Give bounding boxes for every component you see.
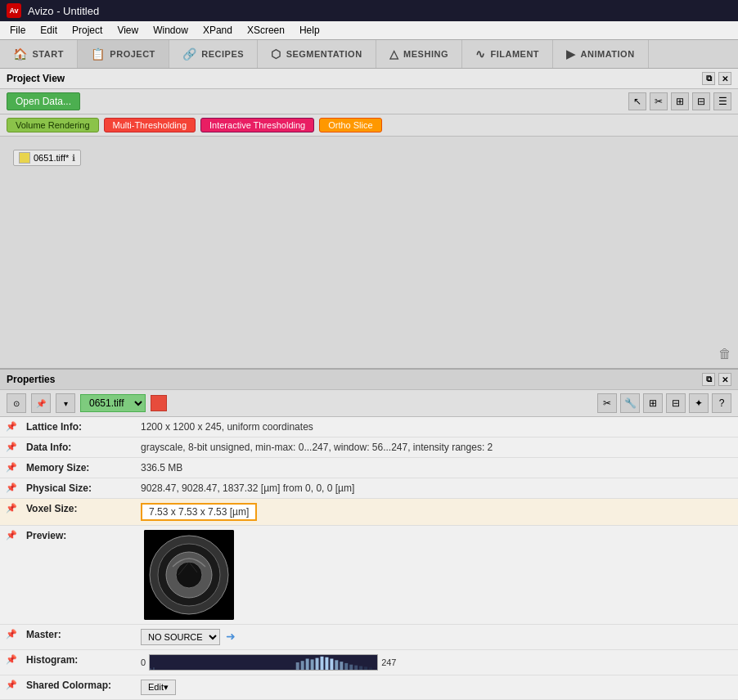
menu-xscreen[interactable]: XScreen (241, 23, 291, 38)
close-button[interactable]: ✕ (718, 72, 731, 85)
grid-icon-btn[interactable]: ⊞ (643, 393, 663, 413)
menu-xpand[interactable]: XPand (196, 23, 239, 38)
layout-tool-icon[interactable]: ⊟ (692, 92, 710, 110)
prop-type-selector[interactable]: ⊙ (7, 393, 26, 413)
label-physical: Physical Size: (23, 481, 137, 496)
node-color-indicator (19, 152, 30, 164)
prop-row-memory: 📌 Memory Size: 336.5 MB (0, 458, 738, 478)
tab-meshing[interactable]: △ MESHING (376, 40, 462, 68)
meshing-icon: △ (389, 47, 399, 61)
menu-edit[interactable]: Edit (34, 23, 64, 38)
pin-lattice[interactable]: 📌 (0, 420, 23, 432)
data-node[interactable]: 0651.tiff* ℹ (13, 150, 81, 166)
voxel-size-value: 7.53 x 7.53 x 7.53 [µm] (141, 503, 257, 521)
properties-title: Properties (7, 374, 55, 385)
filament-icon: ∿ (475, 47, 486, 61)
properties-header-controls: ⧉ ✕ (702, 373, 731, 386)
menu-window[interactable]: Window (146, 23, 195, 38)
color-swatch[interactable] (151, 395, 167, 411)
value-lattice: 1200 x 1200 x 245, uniform coordinates (137, 420, 738, 434)
master-select[interactable]: NO SOURCE (141, 629, 220, 645)
value-data-info: grayscale, 8-bit unsigned, min-max: 0...… (137, 440, 738, 455)
toolbar-tabs: 🏠 START 📋 PROJECT 🔗 RECIPES ⬡ SEGMENTATI… (0, 40, 738, 69)
svg-point-4 (176, 562, 202, 588)
svg-rect-16 (326, 657, 329, 670)
svg-rect-8 (150, 668, 151, 670)
project-canvas: 0651.tiff* ℹ 🗑 (0, 137, 738, 368)
histogram-bar[interactable] (149, 654, 378, 671)
tag-multi-thresholding[interactable]: Multi-Thresholding (104, 118, 196, 132)
prop-close-button[interactable]: ✕ (718, 373, 731, 386)
panel-toolbar-right: ↖ ✂ ⊞ ⊟ ☰ (628, 92, 731, 110)
tab-start[interactable]: 🏠 START (0, 40, 78, 68)
value-memory: 336.5 MB (137, 460, 738, 475)
svg-rect-11 (301, 661, 304, 670)
pin-master[interactable]: 📌 (0, 627, 23, 639)
label-histogram: Histogram: (23, 653, 137, 667)
tag-interactive-thresholding[interactable]: Interactive Thresholding (200, 118, 314, 132)
label-memory: Memory Size: (23, 460, 137, 475)
prop-row-data-info: 📌 Data Info: grayscale, 8-bit unsigned, … (0, 438, 738, 458)
master-arrow-icon[interactable]: ➜ (226, 630, 236, 643)
value-master: NO SOURCE ➜ (137, 627, 738, 647)
pin-data-info[interactable]: 📌 (0, 440, 23, 452)
project-view-header: Project View ⧉ ✕ (0, 69, 738, 89)
menu-project[interactable]: Project (65, 23, 109, 38)
label-lattice: Lattice Info: (23, 420, 137, 434)
properties-toolbar: ⊙ 📌 ▾ 0651.tiff ✂ 🔧 ⊞ ⊟ ✦ ? (0, 390, 738, 417)
window-title: Avizo - Untitled (28, 5, 99, 17)
node-info-icon[interactable]: ℹ (72, 153, 75, 164)
tab-filament[interactable]: ∿ FILAMENT (462, 40, 553, 68)
prop-dropdown-selector[interactable]: ▾ (56, 393, 75, 413)
pin-colormap[interactable]: 📌 (0, 678, 23, 690)
pin-memory[interactable]: 📌 (0, 460, 23, 473)
select-tool-icon[interactable]: ↖ (628, 92, 646, 110)
label-voxel: Voxel Size: (23, 501, 137, 516)
filename-select[interactable]: 0651.tiff (80, 394, 146, 412)
tab-animation[interactable]: ▶ ANIMATION (553, 40, 649, 68)
crop-icon-btn[interactable]: ✂ (597, 393, 617, 413)
colormap-edit-button[interactable]: Edit▾ (141, 680, 176, 695)
pin-histogram[interactable]: 📌 (0, 653, 23, 665)
grid-tool-icon[interactable]: ⊞ (671, 92, 689, 110)
prop-row-physical: 📌 Physical Size: 9028.47, 9028.47, 1837.… (0, 478, 738, 499)
preview-image (144, 530, 234, 620)
svg-rect-19 (340, 662, 343, 670)
prop-row-voxel: 📌 Voxel Size: 7.53 x 7.53 x 7.53 [µm] (0, 499, 738, 526)
magic-wand-icon-btn[interactable]: 🔧 (620, 393, 640, 413)
tab-project[interactable]: 📋 PROJECT (78, 40, 169, 68)
menu-file[interactable]: File (3, 23, 32, 38)
crop-tool-icon[interactable]: ✂ (650, 92, 668, 110)
tab-recipes[interactable]: 🔗 RECIPES (169, 40, 258, 68)
tab-segmentation[interactable]: ⬡ SEGMENTATION (258, 40, 376, 68)
svg-rect-15 (321, 657, 324, 670)
prop-pin-selector[interactable]: 📌 (31, 393, 51, 413)
pin-preview[interactable]: 📌 (0, 528, 23, 541)
star-icon-btn[interactable]: ✦ (689, 393, 709, 413)
prop-row-histogram: 📌 Histogram: 0 (0, 650, 738, 675)
tag-ortho-slice[interactable]: Ortho Slice (319, 118, 381, 132)
prop-float-button[interactable]: ⧉ (702, 373, 715, 386)
trash-icon[interactable]: 🗑 (718, 347, 731, 361)
prop-toolbar-right: ✂ 🔧 ⊞ ⊟ ✦ ? (597, 393, 731, 413)
pin-physical[interactable]: 📌 (0, 481, 23, 493)
menu-help[interactable]: Help (293, 23, 326, 38)
open-data-button[interactable]: Open Data... (7, 92, 80, 110)
label-data-info: Data Info: (23, 440, 137, 455)
pin-voxel[interactable]: 📌 (0, 501, 23, 514)
start-icon: 🏠 (13, 47, 28, 61)
options-tool-icon[interactable]: ☰ (713, 92, 731, 110)
help-icon-btn[interactable]: ? (712, 393, 731, 413)
tag-volume-rendering[interactable]: Volume Rendering (7, 118, 99, 132)
panel-toolbar: Open Data... ↖ ✂ ⊞ ⊟ ☰ (0, 89, 738, 114)
menu-view[interactable]: View (110, 23, 145, 38)
svg-rect-10 (296, 662, 299, 670)
float-button[interactable]: ⧉ (702, 72, 715, 85)
table-icon-btn[interactable]: ⊟ (666, 393, 686, 413)
svg-rect-9 (153, 667, 155, 670)
animation-icon: ▶ (566, 47, 576, 61)
segmentation-icon: ⬡ (271, 47, 281, 61)
label-preview: Preview: (23, 528, 137, 543)
prop-row-preview: 📌 Preview: (0, 526, 738, 625)
app-logo: Av (7, 3, 21, 18)
